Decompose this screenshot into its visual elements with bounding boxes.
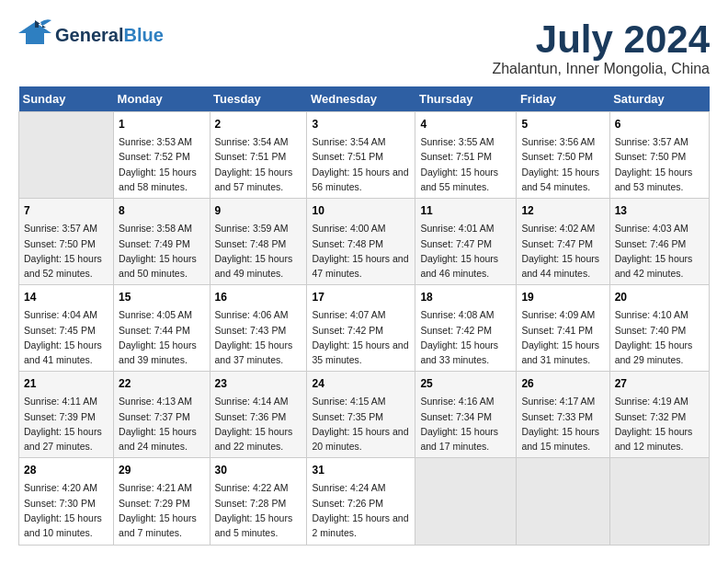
day-number: 28 xyxy=(24,462,108,478)
calendar-week-row: 21 Sunrise: 4:11 AM Sunset: 7:39 PM Dayl… xyxy=(19,372,710,458)
table-row: 25 Sunrise: 4:16 AM Sunset: 7:34 PM Dayl… xyxy=(415,372,517,458)
table-row: 6 Sunrise: 3:57 AM Sunset: 7:50 PM Dayli… xyxy=(609,112,709,199)
daylight-text: Daylight: 15 hours and 42 minutes. xyxy=(615,253,693,279)
table-row: 3 Sunrise: 3:54 AM Sunset: 7:51 PM Dayli… xyxy=(307,112,415,199)
table-row: 22 Sunrise: 4:13 AM Sunset: 7:37 PM Dayl… xyxy=(114,372,210,458)
table-row: 26 Sunrise: 4:17 AM Sunset: 7:33 PM Dayl… xyxy=(517,372,609,458)
sunset-text: Sunset: 7:50 PM xyxy=(615,151,687,162)
sunrise-text: Sunrise: 4:02 AM xyxy=(521,223,595,234)
daylight-text: Daylight: 15 hours and 15 minutes. xyxy=(521,426,599,452)
col-tuesday: Tuesday xyxy=(210,86,307,112)
sunrise-text: Sunrise: 4:05 AM xyxy=(119,309,192,320)
day-number: 27 xyxy=(615,375,704,392)
sunrise-text: Sunrise: 4:06 AM xyxy=(215,309,289,320)
sunset-text: Sunset: 7:49 PM xyxy=(119,238,190,249)
cell-content: Sunrise: 4:15 AM Sunset: 7:35 PM Dayligh… xyxy=(312,394,410,454)
table-row: 7 Sunrise: 3:57 AM Sunset: 7:50 PM Dayli… xyxy=(19,199,114,285)
day-number: 17 xyxy=(312,289,410,305)
table-row: 27 Sunrise: 4:19 AM Sunset: 7:32 PM Dayl… xyxy=(609,372,709,458)
sunset-text: Sunset: 7:28 PM xyxy=(215,498,287,509)
daylight-text: Daylight: 15 hours and 33 minutes. xyxy=(420,339,498,365)
cell-content: Sunrise: 3:58 AM Sunset: 7:49 PM Dayligh… xyxy=(119,221,204,281)
day-number: 5 xyxy=(521,116,604,132)
sunset-text: Sunset: 7:34 PM xyxy=(420,411,492,422)
sunrise-text: Sunrise: 4:24 AM xyxy=(312,482,385,493)
cell-content: Sunrise: 4:06 AM Sunset: 7:43 PM Dayligh… xyxy=(215,307,302,367)
cell-content: Sunrise: 4:01 AM Sunset: 7:47 PM Dayligh… xyxy=(420,221,511,281)
daylight-text: Daylight: 15 hours and 58 minutes. xyxy=(119,167,197,192)
daylight-text: Daylight: 15 hours and 53 minutes. xyxy=(615,167,693,192)
day-number: 22 xyxy=(119,375,204,392)
table-row: 9 Sunrise: 3:59 AM Sunset: 7:48 PM Dayli… xyxy=(210,199,307,285)
logo-text: GeneralBlue xyxy=(55,25,164,45)
sunrise-text: Sunrise: 4:07 AM xyxy=(312,309,385,320)
daylight-text: Daylight: 15 hours and 29 minutes. xyxy=(615,339,693,365)
sunset-text: Sunset: 7:47 PM xyxy=(420,238,492,249)
day-number: 11 xyxy=(420,202,511,219)
daylight-text: Daylight: 15 hours and 10 minutes. xyxy=(24,512,102,538)
sunset-text: Sunset: 7:48 PM xyxy=(312,238,383,249)
title-area: July 2024 Zhalantun, Inner Mongolia, Chi… xyxy=(492,18,710,77)
cell-content: Sunrise: 4:22 AM Sunset: 7:28 PM Dayligh… xyxy=(215,480,302,540)
day-number: 9 xyxy=(215,202,302,219)
day-number: 19 xyxy=(521,289,604,305)
page-header: GeneralBlue July 2024 Zhalantun, Inner M… xyxy=(18,18,710,77)
day-number: 30 xyxy=(215,462,302,478)
day-number: 3 xyxy=(312,116,410,132)
sunrise-text: Sunrise: 3:54 AM xyxy=(312,136,385,147)
calendar-week-row: 28 Sunrise: 4:20 AM Sunset: 7:30 PM Dayl… xyxy=(19,458,710,545)
day-number: 23 xyxy=(215,375,302,392)
sunrise-text: Sunrise: 4:15 AM xyxy=(312,396,385,407)
sunrise-text: Sunrise: 4:10 AM xyxy=(615,309,688,320)
logo-icon xyxy=(18,18,51,52)
daylight-text: Daylight: 15 hours and 22 minutes. xyxy=(215,426,293,452)
cell-content: Sunrise: 4:00 AM Sunset: 7:48 PM Dayligh… xyxy=(312,221,410,281)
sunset-text: Sunset: 7:51 PM xyxy=(420,151,492,162)
sunset-text: Sunset: 7:39 PM xyxy=(24,411,96,422)
sunrise-text: Sunrise: 4:20 AM xyxy=(24,482,97,493)
daylight-text: Daylight: 15 hours and 2 minutes. xyxy=(312,512,408,538)
daylight-text: Daylight: 15 hours and 50 minutes. xyxy=(119,253,197,279)
sunset-text: Sunset: 7:29 PM xyxy=(119,498,190,509)
cell-content: Sunrise: 4:09 AM Sunset: 7:41 PM Dayligh… xyxy=(521,307,604,367)
cell-content: Sunrise: 3:56 AM Sunset: 7:50 PM Dayligh… xyxy=(521,134,604,194)
cell-content: Sunrise: 4:04 AM Sunset: 7:45 PM Dayligh… xyxy=(24,307,108,367)
cell-content: Sunrise: 4:17 AM Sunset: 7:33 PM Dayligh… xyxy=(521,394,604,454)
daylight-text: Daylight: 15 hours and 47 minutes. xyxy=(312,253,408,279)
sunset-text: Sunset: 7:47 PM xyxy=(521,238,593,249)
daylight-text: Daylight: 15 hours and 39 minutes. xyxy=(119,339,197,365)
table-row: 2 Sunrise: 3:54 AM Sunset: 7:51 PM Dayli… xyxy=(210,112,307,199)
subtitle: Zhalantun, Inner Mongolia, China xyxy=(492,61,710,77)
sunset-text: Sunset: 7:42 PM xyxy=(420,325,492,336)
sunrise-text: Sunrise: 4:09 AM xyxy=(521,309,595,320)
table-row: 12 Sunrise: 4:02 AM Sunset: 7:47 PM Dayl… xyxy=(517,199,609,285)
calendar-header-row: Sunday Monday Tuesday Wednesday Thursday… xyxy=(19,86,710,112)
cell-content: Sunrise: 4:13 AM Sunset: 7:37 PM Dayligh… xyxy=(119,394,204,454)
sunset-text: Sunset: 7:40 PM xyxy=(615,325,687,336)
day-number: 13 xyxy=(615,202,704,219)
daylight-text: Daylight: 15 hours and 57 minutes. xyxy=(215,167,293,192)
sunset-text: Sunset: 7:42 PM xyxy=(312,325,383,336)
sunrise-text: Sunrise: 3:54 AM xyxy=(215,136,289,147)
col-thursday: Thursday xyxy=(415,86,517,112)
cell-content: Sunrise: 3:59 AM Sunset: 7:48 PM Dayligh… xyxy=(215,221,302,281)
table-row: 30 Sunrise: 4:22 AM Sunset: 7:28 PM Dayl… xyxy=(210,458,307,545)
col-monday: Monday xyxy=(114,86,210,112)
logo: GeneralBlue xyxy=(18,18,164,52)
main-title: July 2024 xyxy=(492,18,710,61)
day-number: 24 xyxy=(312,375,410,392)
day-number: 2 xyxy=(215,116,302,132)
daylight-text: Daylight: 15 hours and 27 minutes. xyxy=(24,426,102,452)
cell-content: Sunrise: 4:20 AM Sunset: 7:30 PM Dayligh… xyxy=(24,480,108,540)
daylight-text: Daylight: 15 hours and 54 minutes. xyxy=(521,167,599,192)
sunset-text: Sunset: 7:52 PM xyxy=(119,151,190,162)
col-friday: Friday xyxy=(517,86,609,112)
sunrise-text: Sunrise: 4:16 AM xyxy=(420,396,494,407)
day-number: 14 xyxy=(24,289,108,305)
day-number: 12 xyxy=(521,202,604,219)
day-number: 8 xyxy=(119,202,204,219)
sunrise-text: Sunrise: 4:13 AM xyxy=(119,396,192,407)
sunrise-text: Sunrise: 3:56 AM xyxy=(521,136,595,147)
day-number: 6 xyxy=(615,116,704,132)
sunset-text: Sunset: 7:50 PM xyxy=(521,151,593,162)
